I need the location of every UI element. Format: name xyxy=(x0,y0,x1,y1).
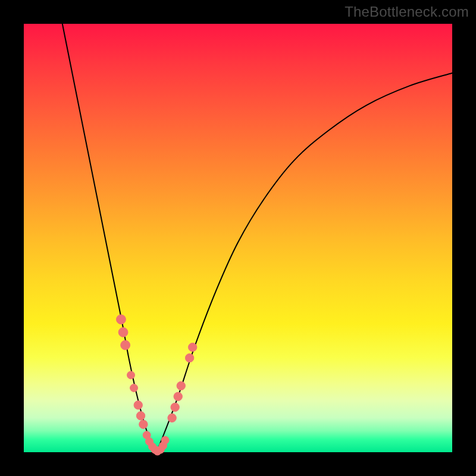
watermark-text: TheBottleneck.com xyxy=(345,4,469,20)
data-marker xyxy=(121,340,130,350)
data-marker xyxy=(118,327,128,337)
plot-area xyxy=(24,24,452,452)
curve-layer xyxy=(24,24,452,452)
data-marker xyxy=(127,371,135,379)
data-marker xyxy=(177,381,185,390)
data-marker xyxy=(168,414,176,422)
data-marker xyxy=(136,412,145,420)
left-branch-curve xyxy=(62,24,156,452)
data-marker xyxy=(117,315,126,324)
data-marker xyxy=(134,401,142,409)
chart-frame: TheBottleneck.com xyxy=(0,0,476,476)
data-marker xyxy=(185,353,193,362)
data-marker xyxy=(161,436,169,444)
right-branch-curve xyxy=(156,73,452,452)
data-marker xyxy=(139,420,148,428)
data-marker xyxy=(130,384,138,392)
data-marker xyxy=(171,403,179,411)
data-marker xyxy=(188,343,196,351)
marker-group xyxy=(117,315,197,455)
data-marker xyxy=(174,392,182,400)
